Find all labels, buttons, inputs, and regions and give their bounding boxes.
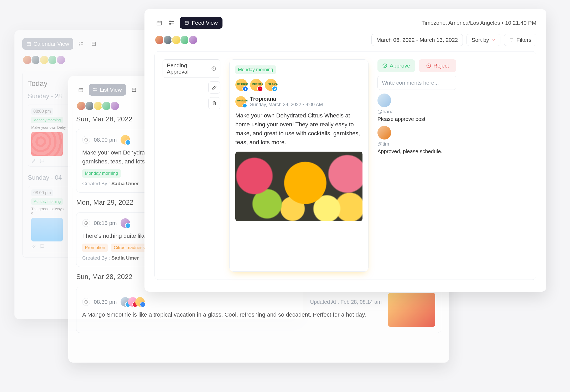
item-time: 08:00 pm — [94, 137, 117, 143]
svg-rect-14 — [185, 21, 188, 24]
list-toggle[interactable] — [167, 18, 177, 28]
list-icon — [93, 87, 98, 92]
channel-avatar — [121, 218, 130, 228]
calendar-icon — [156, 20, 162, 26]
post-body: Make your own Dehydrated Citrus Wheels a… — [235, 111, 362, 147]
author-avatar: Tropicana — [235, 96, 246, 107]
tag: Monday morning — [31, 198, 63, 205]
facebook-icon — [242, 86, 248, 92]
tag: Citrus madness — [111, 244, 147, 252]
snippet: The grass is always g... — [31, 207, 69, 215]
post-image — [235, 152, 362, 221]
feed-view-label: Feed View — [192, 20, 218, 26]
list-item[interactable]: 08:30 pm Updated At : Feb 28, 08:14 am A… — [76, 287, 441, 333]
feed-view-window: Feed View Timezone: America/Los Angeles … — [144, 9, 546, 292]
time-chip: 08:00 pm — [31, 189, 53, 196]
edit-button[interactable] — [208, 81, 220, 94]
avatar[interactable] — [110, 101, 120, 111]
comment: @tim Approved, please schedule. — [377, 126, 456, 154]
svg-rect-3 — [92, 42, 96, 45]
list-view-tab[interactable]: List View — [89, 84, 126, 96]
svg-rect-12 — [170, 21, 171, 22]
edit-icon[interactable] — [31, 158, 36, 163]
comment-icon[interactable] — [40, 158, 44, 163]
clock-icon — [82, 219, 90, 227]
pinterest-icon — [257, 86, 263, 92]
svg-rect-11 — [157, 21, 162, 25]
twitter-icon — [272, 86, 278, 92]
filters-button[interactable]: Filters — [504, 34, 536, 46]
channel-pinterest[interactable]: Tropicana — [250, 79, 262, 91]
layout-icon — [91, 41, 96, 47]
svg-rect-2 — [79, 44, 80, 45]
item-text: A Mango Smoothie is like a tropical vaca… — [82, 310, 382, 319]
channel-avatar — [135, 297, 145, 307]
edit-icon[interactable] — [31, 244, 36, 249]
channel-twitter[interactable]: Tropicana — [265, 79, 277, 91]
feed-panel: Pending Approval Monday morning Tropican… — [154, 51, 536, 280]
comment: @hana Please approve post. — [377, 94, 456, 122]
item-time: 08:30 pm — [94, 299, 117, 305]
comment-handle: @tim — [377, 141, 456, 147]
calendar-toggle[interactable] — [154, 18, 164, 28]
clock-icon — [82, 298, 90, 306]
svg-rect-4 — [79, 88, 83, 92]
feed-toggle[interactable] — [129, 85, 139, 95]
author-name: Tropicana — [250, 96, 323, 102]
twitter-icon — [125, 223, 131, 229]
feed-toggle[interactable] — [89, 39, 99, 49]
channel-facebook[interactable]: Tropicana — [235, 79, 247, 91]
calendar-toggle[interactable] — [76, 85, 86, 95]
comment-icon[interactable] — [40, 244, 44, 249]
feed-view-tab[interactable]: Feed View — [180, 17, 222, 29]
thumbnail — [388, 293, 435, 327]
comment-text: Approved, please schedule. — [377, 148, 456, 154]
svg-point-16 — [260, 88, 261, 89]
filter-icon — [509, 38, 514, 42]
svg-rect-5 — [94, 88, 94, 89]
reject-button[interactable]: Reject — [419, 59, 456, 72]
timezone-clock: Timezone: America/Los Angeles • 10:21:40… — [422, 20, 536, 26]
list-icon — [169, 20, 175, 26]
comment-avatar — [377, 126, 391, 140]
trash-icon — [212, 101, 217, 106]
tag: Promotion — [82, 244, 108, 252]
clock-icon — [211, 66, 216, 71]
comment-input[interactable]: Write comments here... — [377, 76, 456, 90]
avatar[interactable] — [56, 55, 66, 65]
svg-rect-13 — [170, 23, 171, 24]
date-range-picker[interactable]: March 06, 2022 - March 13, 2022 — [371, 34, 463, 46]
tag: Monday morning — [31, 117, 63, 123]
svg-rect-0 — [27, 43, 31, 46]
list-view-label: List View — [100, 87, 122, 93]
approve-button[interactable]: Approve — [377, 59, 415, 72]
avatar[interactable] — [188, 35, 198, 45]
calendar-icon — [78, 87, 84, 92]
comment-handle: @hana — [377, 109, 456, 115]
calendar-view-tab[interactable]: Calendar View — [22, 38, 73, 50]
comment-text: Please approve post. — [377, 116, 456, 122]
delete-button[interactable] — [208, 97, 220, 109]
x-circle-icon — [426, 63, 431, 68]
status-pending: Pending Approval — [163, 59, 220, 78]
twitter-icon — [125, 140, 131, 145]
post-meta: Sunday, March 28, 2022 • 8:00 AM — [250, 102, 323, 107]
updated-at: Updated At : Feb 28, 08:14 am — [310, 299, 382, 305]
svg-rect-6 — [94, 90, 94, 91]
list-icon — [79, 41, 84, 47]
layout-icon — [184, 20, 189, 25]
list-toggle[interactable] — [76, 39, 86, 49]
calendar-icon — [27, 42, 31, 46]
sort-dropdown[interactable]: Sort by — [467, 34, 500, 46]
edit-icon — [212, 85, 217, 90]
chevron-down-icon — [492, 38, 495, 42]
facebook-icon — [140, 302, 146, 307]
channel-avatar — [121, 135, 130, 145]
user-avatars — [154, 35, 198, 45]
post-card: Monday morning Tropicana Tropicana Tropi… — [229, 59, 369, 272]
item-time: 08:15 pm — [94, 220, 117, 226]
post-tag: Monday morning — [235, 65, 276, 74]
svg-rect-7 — [132, 88, 136, 91]
calendar-view-label: Calendar View — [33, 41, 69, 47]
thumbnail — [31, 218, 63, 241]
